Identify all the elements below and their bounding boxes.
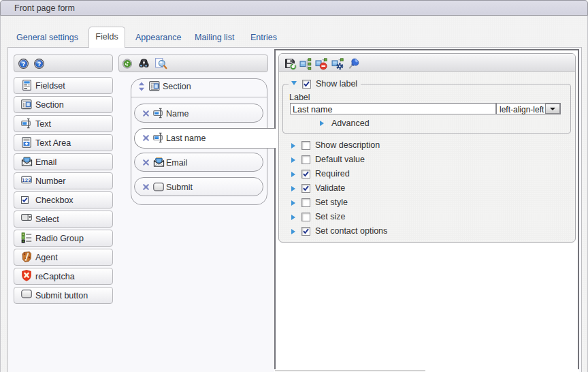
svg-text:123: 123 <box>22 177 31 183</box>
svg-text:?: ? <box>37 61 42 67</box>
svg-text:?: ? <box>22 61 26 67</box>
